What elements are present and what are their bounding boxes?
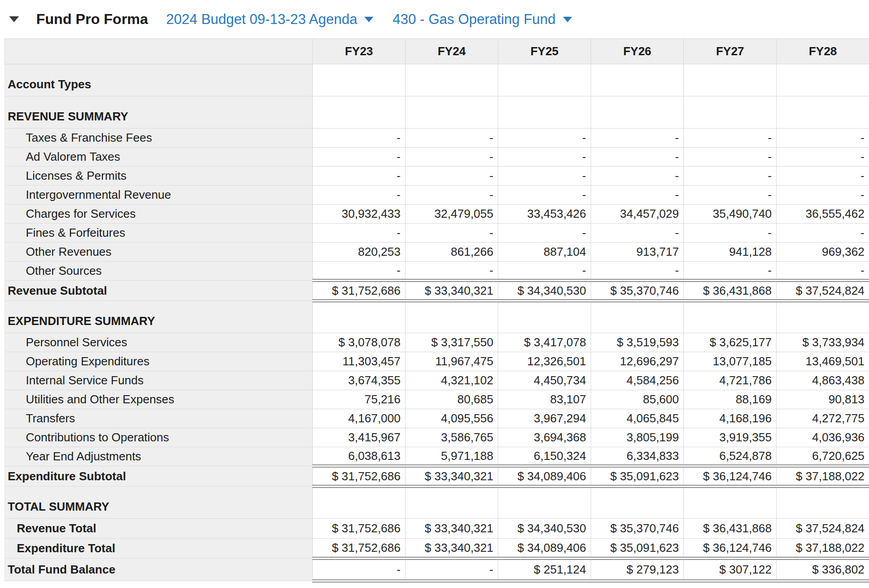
- table-row: Licenses & Permits------: [5, 167, 869, 186]
- cell-fy23: $ 31,752,686: [313, 519, 406, 539]
- cell-fy25: $ 34,340,530: [498, 519, 591, 539]
- cell-fy28: 4,863,438: [777, 371, 869, 390]
- table-row: Fines & Forfeitures------: [5, 224, 869, 243]
- cell-fy28: $ 336,802: [777, 559, 869, 581]
- cell-fy27: $ 36,431,868: [684, 281, 777, 301]
- cell-fy25: 6,150,324: [498, 447, 591, 466]
- cell-fy24: [406, 301, 498, 333]
- row-label: Operating Expenditures: [5, 352, 313, 371]
- column-header-fy28: FY28: [777, 39, 869, 64]
- cell-fy28: 90,813: [777, 390, 869, 409]
- cell-fy26: -: [591, 186, 684, 205]
- cell-fy28: $ 37,188,022: [777, 466, 869, 487]
- cell-fy28: 36,555,462: [777, 205, 869, 224]
- cell-fy24: 32,479,055: [406, 205, 498, 224]
- chevron-down-icon: [364, 17, 373, 22]
- cell-fy27: [684, 301, 777, 333]
- cell-fy25: $ 3,417,078: [498, 333, 591, 352]
- row-label: Licenses & Permits: [5, 167, 313, 186]
- cell-fy28: $ 37,524,824: [777, 281, 869, 301]
- cell-fy23: 4,167,000: [313, 409, 406, 428]
- cell-fy28: -: [777, 148, 869, 167]
- cell-fy28: 4,036,936: [777, 428, 869, 447]
- cell-fy28: 13,469,501: [777, 352, 869, 371]
- row-label: EXPENDITURE SUMMARY: [5, 301, 313, 333]
- row-label: Taxes & Franchise Fees: [5, 129, 313, 148]
- row-label: Account Types: [5, 64, 313, 96]
- cell-fy24: 11,967,475: [406, 352, 498, 371]
- table-row: Expenditure Total$ 31,752,686$ 33,340,32…: [5, 539, 869, 559]
- cell-fy28: 4,272,775: [777, 409, 869, 428]
- cell-fy26: $ 279,123: [591, 559, 684, 581]
- cell-fy28: 6,720,625: [777, 447, 869, 466]
- cell-fy23: $ 31,752,686: [313, 539, 406, 559]
- cell-fy25: -: [498, 186, 591, 205]
- collapse-caret-icon[interactable]: [9, 16, 19, 22]
- page-header: Fund Pro Forma 2024 Budget 09-13-23 Agen…: [0, 0, 869, 38]
- table-row: Personnel Services$ 3,078,078$ 3,317,550…: [5, 333, 869, 352]
- column-header-fy25: FY25: [498, 39, 591, 64]
- cell-fy28: [777, 487, 869, 519]
- row-label: Fines & Forfeitures: [5, 224, 313, 243]
- cell-fy26: 6,334,833: [591, 447, 684, 466]
- cell-fy28: -: [777, 167, 869, 186]
- cell-fy26: 12,696,297: [591, 352, 684, 371]
- cell-fy28: [777, 301, 869, 333]
- table-row: Other Sources------: [5, 262, 869, 281]
- cell-fy26: [591, 301, 684, 333]
- row-label: Intergovernmental Revenue: [5, 186, 313, 205]
- cell-fy27: 4,168,196: [684, 409, 777, 428]
- cell-fy23: -: [313, 224, 406, 243]
- table-row: Contributions to Operations3,415,9673,58…: [5, 428, 869, 447]
- cell-fy25: -: [498, 167, 591, 186]
- cell-fy23: [313, 487, 406, 519]
- cell-fy26: [591, 64, 684, 96]
- cell-fy25: $ 34,340,530: [498, 281, 591, 301]
- row-label: Expenditure Total: [5, 539, 313, 559]
- fund-dropdown[interactable]: 430 - Gas Operating Fund: [392, 11, 572, 28]
- table-row: Utilities and Other Expenses75,21680,685…: [5, 390, 869, 409]
- row-label: REVENUE SUMMARY: [5, 96, 313, 129]
- cell-fy25: $ 34,089,406: [498, 539, 591, 559]
- row-label: Ad Valorem Taxes: [5, 148, 313, 167]
- row-label: Revenue Total: [5, 519, 313, 539]
- table-row: EXPENDITURE SUMMARY: [5, 301, 869, 333]
- cell-fy27: -: [684, 186, 777, 205]
- table-row: Account Types: [5, 64, 869, 96]
- cell-fy25: 3,694,368: [498, 428, 591, 447]
- cell-fy23: -: [313, 186, 406, 205]
- cell-fy26: $ 35,370,746: [591, 281, 684, 301]
- cell-fy25: -: [498, 224, 591, 243]
- row-label: Year End Adjustments: [5, 447, 313, 466]
- cell-fy23: -: [313, 148, 406, 167]
- cell-fy25: -: [498, 129, 591, 148]
- cell-fy25: [498, 64, 591, 96]
- table-row: TOTAL SUMMARY: [5, 487, 869, 519]
- budget-dropdown[interactable]: 2024 Budget 09-13-23 Agenda: [166, 11, 373, 28]
- table-row: Operating Expenditures11,303,45711,967,4…: [5, 352, 869, 371]
- cell-fy26: $ 3,519,593: [591, 333, 684, 352]
- cell-fy27: 3,919,355: [684, 428, 777, 447]
- cell-fy28: -: [777, 224, 869, 243]
- cell-fy27: [684, 487, 777, 519]
- cell-fy27: $ 3,625,177: [684, 333, 777, 352]
- cell-fy23: -: [313, 559, 406, 581]
- cell-fy26: $ 35,370,746: [591, 519, 684, 539]
- cell-fy24: 4,095,556: [406, 409, 498, 428]
- cell-fy27: 88,169: [684, 390, 777, 409]
- cell-fy26: 913,717: [591, 243, 684, 262]
- column-header-row: FY23FY24FY25FY26FY27FY28: [5, 39, 869, 64]
- cell-fy28: [777, 96, 869, 129]
- cell-fy24: 80,685: [406, 390, 498, 409]
- cell-fy26: $ 35,091,623: [591, 466, 684, 487]
- column-header-fy23: FY23: [313, 39, 406, 64]
- table-row: Total Fund Balance--$ 251,124$ 279,123$ …: [5, 559, 869, 581]
- column-header-fy26: FY26: [591, 39, 684, 64]
- cell-fy25: -: [498, 148, 591, 167]
- table-row: Ad Valorem Taxes------: [5, 148, 869, 167]
- cell-fy24: -: [406, 148, 498, 167]
- cell-fy26: [591, 487, 684, 519]
- cell-fy23: 3,415,967: [313, 428, 406, 447]
- cell-fy25: 3,967,294: [498, 409, 591, 428]
- cell-fy26: -: [591, 262, 684, 281]
